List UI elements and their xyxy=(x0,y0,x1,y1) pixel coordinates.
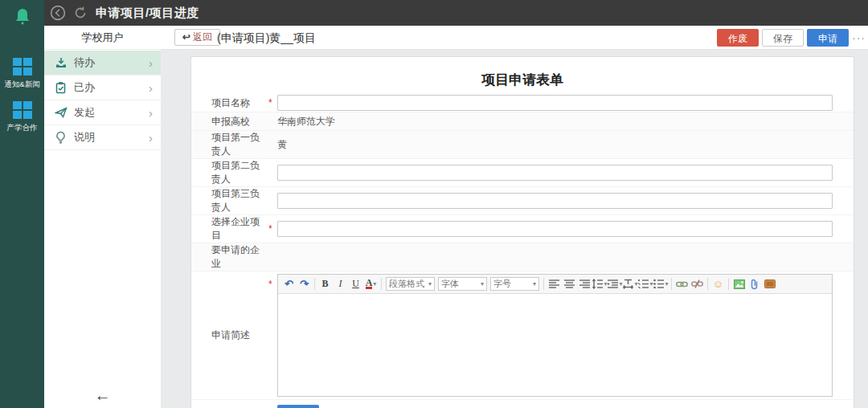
form-row-university: 申报高校 华南师范大学 xyxy=(191,112,854,131)
return-button[interactable]: ↩返回 xyxy=(174,29,220,46)
left-rail: 通知&新闻 产学合作 xyxy=(0,0,44,408)
rail-item-news[interactable]: 通知&新闻 xyxy=(0,58,44,90)
link-icon[interactable] xyxy=(674,277,690,292)
toolbar-separator xyxy=(671,278,672,290)
rail-item-cooperation[interactable]: 产学合作 xyxy=(0,101,44,133)
media-icon[interactable] xyxy=(762,277,777,292)
back-circle-icon[interactable] xyxy=(50,5,66,24)
chevron-right-icon: › xyxy=(149,132,153,144)
university-value: 华南师范大学 xyxy=(277,115,833,129)
underline-icon[interactable]: U xyxy=(348,277,363,292)
rail-item-label: 通知&新闻 xyxy=(1,79,43,89)
sidebar-item-initiate[interactable]: 发起 › xyxy=(44,100,161,125)
chevron-right-icon: › xyxy=(149,57,153,69)
more-options-icon[interactable]: ··· xyxy=(852,26,866,50)
unordered-list-icon[interactable]: ▾ xyxy=(653,277,669,292)
sidebar-item-todo[interactable]: 待办 › xyxy=(44,51,161,75)
content-toolbar: ↩返回 (申请项目)黄__项目 作废 保存 申请 ··· xyxy=(161,26,868,50)
redo-icon[interactable]: ↷ xyxy=(297,277,312,292)
upload-button[interactable]: 上传 xyxy=(277,405,319,408)
enterprise-project-input[interactable] xyxy=(277,221,833,237)
void-button[interactable]: 作废 xyxy=(717,29,759,47)
leader3-input[interactable] xyxy=(277,193,833,209)
form-row-enterprise-project: 选择企业项目 * xyxy=(191,215,854,243)
sidebar-item-label: 说明 xyxy=(74,130,95,145)
chevron-right-icon: › xyxy=(149,82,153,94)
align-center-icon[interactable] xyxy=(562,277,577,292)
sidebar-item-help[interactable]: 说明 › xyxy=(44,125,161,150)
bell-icon[interactable] xyxy=(0,8,44,29)
editor-body[interactable] xyxy=(278,294,832,396)
project-name-input[interactable] xyxy=(277,95,833,111)
refresh-icon[interactable] xyxy=(73,6,88,23)
indent-icon[interactable]: ▾ xyxy=(608,277,623,292)
emoji-icon[interactable]: ☺ xyxy=(710,277,726,292)
toolbar-separator xyxy=(381,278,382,290)
align-left-icon[interactable] xyxy=(547,277,562,292)
sidebar-item-label: 待办 xyxy=(74,55,95,70)
rich-text-editor: ↶↷BIUA▾段落格式▾字体▾字号▾▾▾▾▾▾☺ xyxy=(277,274,833,397)
form-row-leader1: 项目第一负责人 黄 xyxy=(191,131,854,159)
leader1-value: 黄 xyxy=(277,138,833,152)
form-row-target-enterprise: 要申请的企业 xyxy=(191,243,854,271)
paragraph-format-select[interactable]: 段落格式▾ xyxy=(386,277,435,291)
unlink-icon[interactable] xyxy=(690,277,705,292)
paper-plane-icon xyxy=(54,106,68,120)
return-arrow-icon: ↩ xyxy=(182,31,190,43)
line-height-icon[interactable]: ▾ xyxy=(592,277,608,292)
apply-button[interactable]: 申请 xyxy=(807,29,849,47)
form-row-proposal: 项目申报书 * 上传 名称 上传时间 大小 操作 备注 xyxy=(191,400,854,408)
inbox-download-icon xyxy=(54,56,68,70)
sidebar-menu: 待办 › 已办 › 发起 › 说明 › xyxy=(44,51,161,150)
breadcrumb: (申请项目)黄__项目 xyxy=(217,26,316,50)
windows-tiles-icon xyxy=(13,101,32,119)
attachment-icon[interactable] xyxy=(747,277,762,292)
sidebar-item-label: 已办 xyxy=(74,80,95,95)
windows-tiles-icon xyxy=(13,58,32,75)
leader2-input[interactable] xyxy=(277,165,833,181)
sidebar-item-done[interactable]: 已办 › xyxy=(44,75,161,100)
rail-item-label: 产学合作 xyxy=(1,122,43,133)
image-icon[interactable] xyxy=(731,277,747,292)
italic-icon[interactable]: I xyxy=(333,277,348,292)
sidebar: 学校用户 待办 › 已办 › 发起 › 说明 xyxy=(44,26,161,408)
align-right-icon[interactable] xyxy=(577,277,592,292)
form-panel: 项目申请表单 项目名称 * 申报高校 华南师范大学 项目第一负责人 黄 项目第二… xyxy=(190,56,854,408)
top-bar: 申请项目/项目进度 xyxy=(0,0,868,26)
font-family-select[interactable]: 字体▾ xyxy=(438,277,487,291)
sidebar-item-label: 发起 xyxy=(74,105,95,120)
toolbar-separator xyxy=(314,278,315,290)
toolbar-separator xyxy=(543,278,544,290)
action-buttons: 作废 保存 申请 xyxy=(717,29,849,47)
editor-toolbar: ↶↷BIUA▾段落格式▾字体▾字号▾▾▾▾▾▾☺ xyxy=(278,275,832,294)
toolbar-separator xyxy=(728,278,729,290)
font-color-icon[interactable]: A▾ xyxy=(363,277,379,292)
sidebar-user-role: 学校用户 xyxy=(44,26,161,50)
undo-icon[interactable]: ↶ xyxy=(281,277,297,292)
clipboard-check-icon xyxy=(54,81,68,95)
chevron-right-icon: › xyxy=(149,107,153,119)
spacing-icon[interactable]: ▾ xyxy=(623,277,638,292)
font-size-select[interactable]: 字号▾ xyxy=(490,277,539,291)
bold-icon[interactable]: B xyxy=(317,277,333,292)
toolbar-separator xyxy=(707,278,708,290)
page-title: 申请项目/项目进度 xyxy=(96,0,199,26)
required-marker: * xyxy=(268,97,277,108)
form-row-leader3: 项目第三负责人 xyxy=(191,187,854,215)
lightbulb-icon xyxy=(54,131,68,145)
form-row-summary: 申请简述 * ↶↷BIUA▾段落格式▾字体▾字号▾▾▾▾▾▾☺ xyxy=(191,271,854,400)
form-title: 项目申请表单 xyxy=(191,57,854,94)
form-row-project-name: 项目名称 * xyxy=(191,94,854,112)
required-marker: * xyxy=(268,223,277,235)
save-button[interactable]: 保存 xyxy=(762,29,804,47)
form-row-leader2: 项目第二负责人 xyxy=(191,159,854,187)
ordered-list-icon[interactable]: ▾ xyxy=(638,277,653,292)
collapse-sidebar-arrow[interactable]: ← xyxy=(44,386,161,405)
required-marker: * xyxy=(268,279,277,290)
